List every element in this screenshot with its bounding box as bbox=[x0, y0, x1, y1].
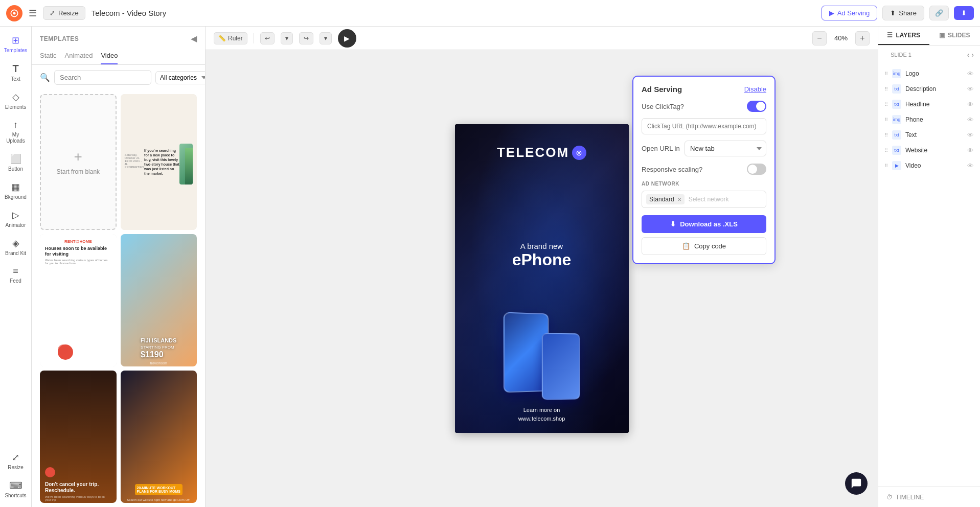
phone-name-text: ePhone bbox=[512, 250, 572, 269]
collapse-icon[interactable]: ◀ bbox=[191, 34, 197, 43]
shortcuts-icon: ⌨ bbox=[9, 480, 22, 491]
sidebar-item-label: Feed bbox=[10, 278, 21, 284]
undo-dropdown[interactable]: ▾ bbox=[281, 32, 293, 44]
template-card[interactable]: 20-MINUTE WORKOUTPLANS FOR BUSY MOMS Sea… bbox=[121, 371, 197, 503]
template-card[interactable]: Don't cancel your trip. Reschedule. We'v… bbox=[40, 371, 117, 503]
clicktag-input[interactable] bbox=[642, 118, 766, 134]
app-logo[interactable] bbox=[6, 5, 22, 21]
page-title: Telecom - Video Story bbox=[92, 9, 815, 17]
sidebar-item-text[interactable]: T Text bbox=[2, 59, 30, 86]
redo-dropdown[interactable]: ▾ bbox=[320, 32, 332, 44]
ad-serving-panel: Ad Serving Disable Use ClickTag? Open UR… bbox=[632, 76, 776, 264]
resize-button[interactable]: ⤢ Resize bbox=[43, 6, 85, 20]
sidebar-item-label: Templates bbox=[4, 48, 28, 54]
timeline-label: ⏱ TIMELINE bbox=[886, 494, 924, 501]
layer-item[interactable]: ⠿ ▶ Video 👁 bbox=[878, 158, 980, 173]
visibility-icon[interactable]: 👁 bbox=[967, 70, 974, 78]
sidebar-item-animator[interactable]: ▷ Animator bbox=[2, 205, 30, 233]
visibility-icon[interactable]: 👁 bbox=[967, 85, 974, 93]
download-button[interactable]: ⬇ bbox=[954, 6, 974, 20]
menu-icon[interactable]: ☰ bbox=[29, 8, 37, 19]
download-xls-button[interactable]: ⬇ Download as .XLS bbox=[642, 215, 766, 233]
zoom-controls: − 40% + bbox=[812, 31, 870, 45]
zoom-in-button[interactable]: + bbox=[855, 31, 870, 45]
visibility-icon[interactable]: 👁 bbox=[967, 116, 974, 124]
sidebar-item-brandkit[interactable]: ◈ Brand Kit bbox=[2, 234, 30, 261]
tab-video[interactable]: Video bbox=[101, 48, 118, 64]
copy-code-button[interactable]: 📋 Copy code bbox=[642, 237, 766, 255]
elements-icon: ◇ bbox=[12, 91, 19, 103]
sidebar-item-resize[interactable]: ⤢ Resize bbox=[2, 448, 30, 475]
website-text: www.telecom.shop bbox=[518, 416, 565, 422]
visibility-icon[interactable]: 👁 bbox=[967, 147, 974, 154]
templates-tabs: Static Animated Video bbox=[32, 48, 205, 65]
sidebar-item-templates[interactable]: ⊞ Templates bbox=[2, 31, 30, 58]
layer-item[interactable]: ⠿ txt Headline 👁 bbox=[878, 97, 980, 112]
tab-static[interactable]: Static bbox=[40, 48, 57, 64]
drag-handle-icon: ⠿ bbox=[884, 132, 888, 138]
slide-prev-arrow[interactable]: ‹ bbox=[967, 51, 970, 59]
disable-button[interactable]: Disable bbox=[744, 85, 766, 93]
layers-tab-label: LAYERS bbox=[896, 32, 920, 39]
toolbar-divider bbox=[254, 33, 254, 43]
start-from-blank[interactable]: + Start from blank bbox=[40, 94, 117, 230]
ruler-button[interactable]: 📏 Ruler bbox=[214, 32, 247, 44]
timeline-bar[interactable]: ⏱ TIMELINE bbox=[878, 487, 980, 507]
canvas-frame[interactable]: TELECOM ◎ A brand new ePhone Learn more … bbox=[455, 124, 629, 433]
layer-type-icon: img bbox=[892, 69, 901, 78]
layer-item[interactable]: ⠿ txt Description 👁 bbox=[878, 81, 980, 97]
phone-mockups bbox=[504, 313, 580, 392]
open-url-select[interactable]: New tab bbox=[685, 141, 766, 156]
layer-item[interactable]: ⠿ txt Text 👁 bbox=[878, 127, 980, 143]
layers-list: ⠿ img Logo 👁 ⠿ txt Description 👁 ⠿ txt H… bbox=[878, 64, 980, 487]
sidebar-item-shortcuts[interactable]: ⌨ Shortcuts bbox=[2, 476, 30, 503]
link-icon: 🔗 bbox=[935, 9, 943, 17]
undo-button[interactable]: ↩ bbox=[260, 32, 275, 44]
template-card[interactable]: Saturday, October 21 14:00 2021 - JL PRO… bbox=[121, 94, 197, 230]
visibility-icon[interactable]: 👁 bbox=[967, 162, 974, 170]
tab-layers[interactable]: ☰ LAYERS bbox=[878, 27, 929, 45]
sidebar-item-elements[interactable]: ◇ Elements bbox=[2, 87, 30, 114]
category-select[interactable]: All categories bbox=[155, 71, 206, 84]
toggle-knob bbox=[748, 165, 757, 174]
template-card[interactable]: FIJI ISLANDSSTARTING FROM$1190 travelroo… bbox=[121, 234, 197, 366]
open-url-label: Open URL in bbox=[642, 145, 680, 152]
sidebar-item-background[interactable]: ▦ Bkground bbox=[2, 177, 30, 204]
sidebar-item-button[interactable]: ⬜ Button bbox=[2, 149, 30, 176]
link-button[interactable]: 🔗 bbox=[929, 6, 949, 20]
layer-item[interactable]: ⠿ img Phone 👁 bbox=[878, 112, 980, 127]
responsive-scaling-toggle[interactable] bbox=[747, 164, 766, 175]
layer-type-icon: img bbox=[892, 115, 901, 124]
zoom-out-button[interactable]: − bbox=[812, 31, 827, 45]
layer-type-icon: txt bbox=[892, 146, 901, 155]
templates-panel: TEMPLATES ◀ Static Animated Video 🔍 All … bbox=[32, 27, 206, 507]
tab-slides[interactable]: ▣ SLIDES bbox=[929, 27, 981, 45]
slide-next-arrow[interactable]: › bbox=[971, 51, 974, 59]
clicktag-toggle[interactable] bbox=[747, 101, 766, 112]
search-input[interactable] bbox=[54, 70, 151, 85]
play-button[interactable]: ▶ bbox=[338, 29, 356, 48]
template-card[interactable]: RENT@HOME Houses soon to be available fo… bbox=[40, 234, 117, 366]
layer-name: Description bbox=[905, 85, 963, 93]
layer-name: Text bbox=[905, 131, 963, 139]
clicktag-row: Use ClickTag? bbox=[642, 101, 766, 112]
network-select-placeholder[interactable]: Select network bbox=[689, 196, 729, 203]
logo-text: TELECOM bbox=[497, 145, 569, 160]
redo-button[interactable]: ↪ bbox=[299, 32, 313, 44]
layer-name: Website bbox=[905, 147, 963, 154]
visibility-icon[interactable]: 👁 bbox=[967, 101, 974, 108]
tab-animated[interactable]: Animated bbox=[65, 48, 93, 64]
sidebar-item-label: Bkground bbox=[5, 194, 27, 200]
ad-serving-button[interactable]: ▶ Ad Serving bbox=[822, 6, 878, 20]
remove-standard-tag[interactable]: ✕ bbox=[677, 197, 681, 202]
timeline-icon: ⏱ bbox=[886, 494, 893, 501]
sidebar-item-feed[interactable]: ≡ Feed bbox=[2, 262, 30, 288]
layer-item[interactable]: ⠿ txt Website 👁 bbox=[878, 143, 980, 158]
drag-handle-icon: ⠿ bbox=[884, 71, 888, 77]
share-button[interactable]: ⬆ Share bbox=[882, 6, 924, 20]
layer-type-icon: txt bbox=[892, 100, 901, 109]
layer-item[interactable]: ⠿ img Logo 👁 bbox=[878, 66, 980, 81]
visibility-icon[interactable]: 👁 bbox=[967, 131, 974, 139]
sidebar-item-uploads[interactable]: ↑ My Uploads bbox=[2, 116, 30, 148]
chat-fab[interactable] bbox=[845, 472, 868, 495]
